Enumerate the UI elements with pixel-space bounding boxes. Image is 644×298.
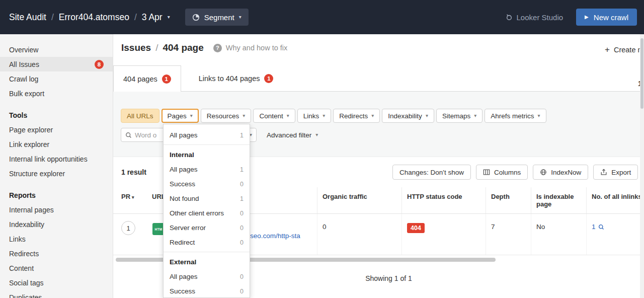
dropdown-item-internal-all-pages[interactable]: All pages 1	[164, 162, 250, 177]
filter-links[interactable]: Links ▾	[297, 109, 332, 123]
dropdown-item-external-success[interactable]: Success 0	[164, 284, 250, 298]
sidebar-item-overview[interactable]: Overview	[0, 42, 113, 57]
sidebar-item-redirects[interactable]: Redirects	[0, 246, 113, 261]
export-icon	[600, 169, 607, 176]
filter-ahrefs-metrics[interactable]: Ahrefs metrics ▾	[485, 109, 546, 123]
new-crawl-button[interactable]: ▶ New crawl	[576, 9, 637, 26]
indexnow-button[interactable]: IndexNow	[533, 165, 588, 180]
page-title-primary: Issues	[121, 42, 151, 53]
column-label: Organic traffic	[323, 193, 367, 200]
dropdown-item-count: 1	[240, 166, 244, 173]
sidebar-item-bulk-export[interactable]: Bulk export	[0, 86, 113, 101]
dropdown-divider	[164, 144, 250, 145]
dropdown-item-count: 0	[240, 210, 244, 217]
sidebar-item-indexability[interactable]: Indexability	[0, 217, 113, 232]
filter-resources[interactable]: Resources ▾	[201, 109, 252, 123]
filter-sitemaps[interactable]: Sitemaps ▾	[436, 109, 482, 123]
advanced-filter-button[interactable]: Advanced filter ▾	[267, 131, 318, 139]
columns-button[interactable]: Columns	[476, 165, 528, 180]
breadcrumb-project[interactable]: Error404.atomseo	[59, 12, 129, 23]
sidebar-item-links[interactable]: Links	[0, 232, 113, 246]
issues-count-badge: 8	[95, 60, 104, 69]
pr-badge: 1	[121, 221, 135, 235]
filter-label: Pages	[168, 112, 187, 120]
segment-button[interactable]: Segment ▾	[185, 9, 249, 26]
sidebar-item-link-explorer[interactable]: Link explorer	[0, 137, 113, 152]
sidebar-item-content[interactable]: Content	[0, 261, 113, 275]
breadcrumb: Site Audit / Error404.atomseo / 3 Apr ▾	[0, 12, 170, 23]
chevron-down-icon: ▾	[474, 113, 476, 118]
filter-content[interactable]: Content ▾	[253, 109, 295, 123]
changes-button[interactable]: Changes: Don't show	[392, 165, 471, 180]
page-title-secondary: 404 page	[163, 42, 203, 53]
plus-icon: +	[605, 45, 610, 54]
filter-pages[interactable]: Pages ▾	[162, 109, 199, 123]
page-header: Issues / 404 page ? Why and how to fix	[121, 42, 287, 53]
dropdown-item-internal-server-error[interactable]: Server error 0	[164, 220, 250, 235]
cell-depth: 7	[486, 214, 531, 255]
sidebar-item-internal-link-opportunities[interactable]: Internal link opportunities	[0, 152, 113, 166]
sidebar-item-internal-pages[interactable]: Internal pages	[0, 202, 113, 217]
sidebar-item-crawl-log[interactable]: Crawl log	[0, 71, 113, 86]
vertical-scrollbar-thumb[interactable]	[640, 38, 643, 109]
filter-all-urls[interactable]: All URLs	[121, 109, 159, 123]
column-header-http-status[interactable]: HTTP status code	[401, 187, 486, 213]
url-link[interactable]: seo.com/http-sta	[250, 232, 300, 240]
sidebar-item-label: Content	[9, 264, 34, 272]
filter-label: Indexability	[388, 112, 422, 120]
inlinks-link[interactable]: 1	[592, 223, 639, 231]
dropdown-item-internal-redirect[interactable]: Redirect 0	[164, 235, 250, 250]
export-button[interactable]: Export	[593, 165, 638, 180]
sidebar-item-structure-explorer[interactable]: Structure explorer	[0, 166, 113, 181]
column-header-inlinks[interactable]: No. of all inlinks	[586, 187, 644, 213]
column-header-depth[interactable]: Depth	[486, 187, 531, 213]
dropdown-divider	[164, 252, 250, 252]
cell-is-indexable: No	[531, 214, 586, 255]
tab-label: Links to 404 pages	[199, 74, 260, 83]
column-label: Depth	[491, 193, 510, 200]
tab-links-to-404-pages[interactable]: Links to 404 pages 1	[189, 65, 283, 91]
chevron-down-icon: ▾	[315, 132, 318, 137]
cell-pr: 1	[113, 214, 148, 255]
filter-label: All URLs	[127, 112, 153, 120]
dropdown-item-count: 0	[240, 288, 244, 295]
column-header-is-indexable[interactable]: Is indexable page	[531, 187, 586, 213]
dropdown-item-label: Redirect	[170, 239, 195, 246]
sidebar-item-page-explorer[interactable]: Page explorer	[0, 122, 113, 137]
topbar-right: Looker Studio ▶ New crawl	[505, 9, 644, 26]
dropdown-item-external-all-pages[interactable]: All pages 0	[164, 269, 250, 284]
column-header-organic-traffic[interactable]: Organic traffic	[317, 187, 401, 213]
topbar: Site Audit / Error404.atomseo / 3 Apr ▾ …	[0, 0, 644, 34]
filter-redirects[interactable]: Redirects ▾	[333, 109, 380, 123]
table-toolbar: Changes: Don't show Columns IndexNow Exp…	[392, 165, 638, 180]
breadcrumb-app[interactable]: Site Audit	[9, 12, 46, 23]
create-new-button[interactable]: + Create new	[605, 45, 644, 54]
sidebar-item-label: Duplicates	[9, 293, 42, 298]
breadcrumb-separator: /	[51, 12, 54, 23]
dropdown-item-label: Success	[170, 287, 195, 295]
dropdown-item-internal-not-found[interactable]: Not found 1	[164, 191, 250, 206]
segment-pie-icon	[192, 14, 200, 21]
looker-studio-link[interactable]: Looker Studio	[505, 13, 564, 22]
dropdown-item-internal-other-client-errors[interactable]: Other client errors 0	[164, 206, 250, 220]
column-label: Is indexable page	[536, 193, 574, 208]
breadcrumb-date[interactable]: 3 Apr	[142, 12, 163, 23]
chevron-down-icon: ▾	[371, 113, 374, 118]
sidebar-section-tools: Tools	[0, 108, 113, 122]
dropdown-item-label: Success	[170, 180, 195, 188]
why-how-to-fix-link[interactable]: ? Why and how to fix	[213, 44, 288, 52]
filter-indexability[interactable]: Indexability ▾	[382, 109, 434, 123]
pages-dropdown-menu: All pages 1 Internal All pages 1 Success…	[163, 124, 250, 298]
column-header-pr[interactable]: PR▾	[113, 187, 148, 213]
vertical-scrollbar[interactable]	[640, 34, 644, 298]
sidebar: Overview All Issues 8 Crawl log Bulk exp…	[0, 34, 113, 298]
dropdown-item-all-pages[interactable]: All pages 1	[164, 128, 250, 142]
sidebar-item-all-issues[interactable]: All Issues 8	[0, 57, 113, 71]
dropdown-item-label: All pages	[170, 166, 198, 173]
tab-404-pages[interactable]: 404 pages 1	[113, 65, 181, 92]
dropdown-item-internal-success[interactable]: Success 0	[164, 177, 250, 191]
dropdown-item-label: Server error	[170, 224, 206, 232]
sidebar-item-duplicates[interactable]: Duplicates	[0, 290, 113, 298]
sidebar-item-social-tags[interactable]: Social tags	[0, 275, 113, 290]
sidebar-item-label: Bulk export	[9, 90, 44, 98]
